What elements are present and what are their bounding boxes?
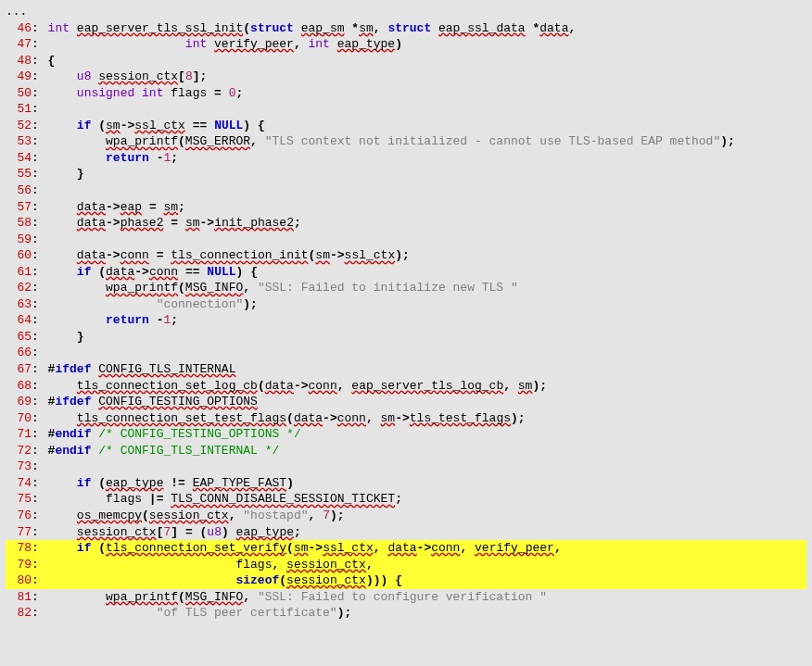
code-line: 47: int verify_peer, int eap_type) [6,36,806,53]
code-content: int eap_server_tls_ssl_init(struct eap_s… [48,20,577,37]
line-number: 62 [6,280,32,296]
code-line: 57: data->eap = sm; [6,199,806,216]
line-number: 64 [6,312,32,329]
code-line: 79: flags, session_ctx, [6,557,806,573]
code-content: if (tls_connection_set_verify(sm->ssl_ct… [48,540,562,557]
code-content: if (sm->ssl_ctx == NULL) { [48,118,265,134]
line-number: 61 [6,264,32,281]
line-number: 54 [6,150,32,167]
line-number: 77 [6,524,32,541]
line-number: 50 [6,85,32,102]
code-line: 66: [6,345,806,361]
code-line: 76: os_memcpy(session_ctx, "hostapd", 7)… [6,508,806,524]
code-line: 62: wpa_printf(MSG_INFO, "SSL: Failed to… [6,280,806,296]
line-number: 48 [6,53,32,69]
code-content: flags |= TLS_CONN_DISABLE_SESSION_TICKET… [48,491,402,508]
line-number: 82 [6,605,32,622]
line-number: 46 [6,20,32,37]
line-number: 68 [6,378,32,395]
line-number: 69 [6,394,32,410]
code-content: sizeof(session_ctx))) { [48,572,402,589]
code-line: 53: wpa_printf(MSG_ERROR, "TLS context n… [6,133,806,150]
line-number: 49 [6,69,32,85]
code-content: data->phase2 = sm->init_phase2; [48,215,301,232]
line-number: 60 [6,247,32,264]
code-content: } [48,329,84,346]
code-content: return -1; [48,312,178,329]
code-content: if (eap_type != EAP_TYPE_FAST) [48,475,294,492]
code-content: session_ctx[7] = (u8) eap_type; [48,524,301,541]
code-listing: ...46: int eap_server_tls_ssl_init(struc… [0,0,812,629]
code-content: #ifdef CONFIG_TLS_INTERNAL [48,361,236,378]
line-number: 63 [6,296,32,313]
line-number: 51 [6,101,32,118]
code-content: wpa_printf(MSG_ERROR, "TLS context not i… [48,133,735,150]
line-number: 72 [6,443,32,459]
line-number: 59 [6,232,32,248]
code-content: int verify_peer, int eap_type) [48,36,402,53]
code-line: 78: if (tls_connection_set_verify(sm->ss… [6,540,806,557]
line-number: 74 [6,475,32,492]
code-line: 58: data->phase2 = sm->init_phase2; [6,215,806,232]
code-content: #endif /* CONFIG_TLS_INTERNAL */ [48,443,280,459]
code-content: tls_connection_set_test_flags(data->conn… [48,410,526,427]
code-line: 46: int eap_server_tls_ssl_init(struct e… [6,20,806,37]
code-line: 65: } [6,329,806,346]
line-number: 81 [6,589,32,606]
code-line: 81: wpa_printf(MSG_INFO, "SSL: Failed to… [6,589,806,606]
code-content: unsigned int flags = 0; [48,85,244,102]
code-content: os_memcpy(session_ctx, "hostapd", 7); [48,508,345,524]
line-number: 47 [6,36,32,53]
line-number: 58 [6,215,32,232]
code-line: 55: } [6,166,806,182]
code-content: "connection"); [48,296,258,313]
line-number: 66 [6,345,32,361]
code-content: #endif /* CONFIG_TESTING_OPTIONS */ [48,426,301,443]
code-line: 82: "of TLS peer certificate"); [6,605,806,622]
line-number: 53 [6,133,32,150]
code-line: 49: u8 session_ctx[8]; [6,69,806,85]
code-content: data->eap = sm; [48,199,185,216]
line-number: 79 [6,557,32,573]
code-line: 69: #ifdef CONFIG_TESTING_OPTIONS [6,394,806,410]
line-number: 78 [6,540,32,557]
code-line: 61: if (data->conn == NULL) { [6,264,806,281]
code-line: 80: sizeof(session_ctx))) { [6,572,806,589]
code-content: #ifdef CONFIG_TESTING_OPTIONS [48,394,258,410]
code-content: tls_connection_set_log_cb(data->conn, ea… [48,378,547,395]
code-line: 50: unsigned int flags = 0; [6,85,806,102]
line-number: 67 [6,361,32,378]
code-content: u8 session_ctx[8]; [48,69,208,85]
code-line: 73: [6,459,806,475]
code-line: 71: #endif /* CONFIG_TESTING_OPTIONS */ [6,426,806,443]
code-line: 63: "connection"); [6,296,806,313]
code-line: 68: tls_connection_set_log_cb(data->conn… [6,378,806,395]
line-number: 73 [6,459,32,475]
code-line: 56: [6,182,806,199]
code-content: wpa_printf(MSG_INFO, "SSL: Failed to con… [48,589,547,606]
line-number: 76 [6,508,32,524]
code-content: return -1; [48,150,178,167]
code-line: 70: tls_connection_set_test_flags(data->… [6,410,806,427]
code-content: flags, session_ctx, [48,557,374,573]
line-number: 71 [6,426,32,443]
ellipsis: ... [6,4,806,20]
line-number: 65 [6,329,32,346]
code-content: if (data->conn == NULL) { [48,264,258,281]
code-line: 75: flags |= TLS_CONN_DISABLE_SESSION_TI… [6,491,806,508]
line-number: 80 [6,572,32,589]
code-line: 48: { [6,53,806,69]
code-line: 64: return -1; [6,312,806,329]
line-number: 52 [6,118,32,134]
code-content: } [48,166,84,182]
line-number: 55 [6,166,32,182]
code-line: 60: data->conn = tls_connection_init(sm-… [6,247,806,264]
code-line: 67: #ifdef CONFIG_TLS_INTERNAL [6,361,806,378]
code-line: 59: [6,232,806,248]
code-line: 51: [6,101,806,118]
code-line: 77: session_ctx[7] = (u8) eap_type; [6,524,806,541]
line-number: 70 [6,410,32,427]
code-line: 74: if (eap_type != EAP_TYPE_FAST) [6,475,806,492]
code-content: data->conn = tls_connection_init(sm->ssl… [48,247,410,264]
code-line: 72: #endif /* CONFIG_TLS_INTERNAL */ [6,443,806,459]
